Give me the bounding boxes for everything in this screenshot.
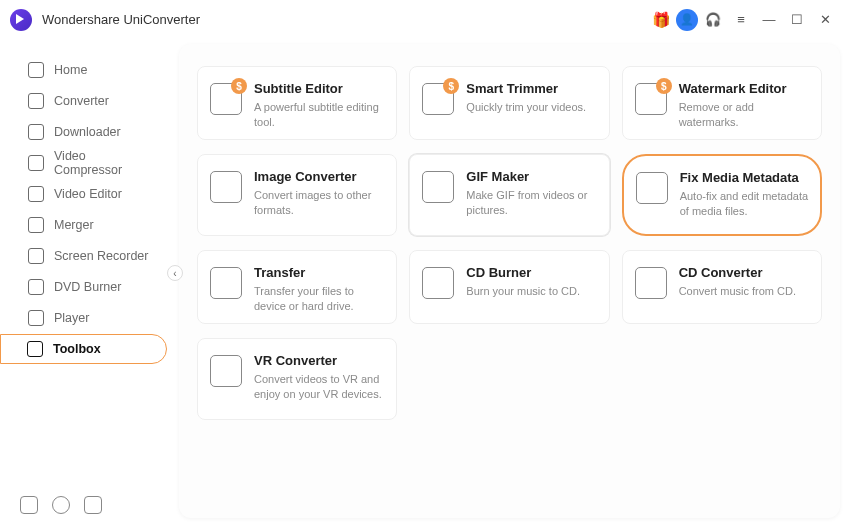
dvd-icon bbox=[28, 279, 44, 295]
premium-badge: $ bbox=[443, 78, 459, 94]
downloader-icon bbox=[28, 124, 44, 140]
smart-trimmer-icon: $ bbox=[422, 83, 454, 115]
sidebar-item-video-editor[interactable]: Video Editor bbox=[10, 179, 167, 209]
tool-desc: Remove or add watermarks. bbox=[679, 100, 811, 130]
tool-desc: Make GIF from videos or pictures. bbox=[466, 188, 598, 218]
tool-watermark-editor[interactable]: $ Watermark Editor Remove or add waterma… bbox=[622, 66, 822, 140]
tool-title: Watermark Editor bbox=[679, 81, 811, 96]
gift-icon[interactable]: 🎁 bbox=[648, 7, 674, 33]
tool-image-converter[interactable]: Image Converter Convert images to other … bbox=[197, 154, 397, 236]
converter-icon bbox=[28, 93, 44, 109]
grid-view-icon[interactable] bbox=[20, 496, 38, 514]
sidebar-item-label: Converter bbox=[54, 94, 109, 108]
app-title: Wondershare UniConverter bbox=[42, 12, 200, 27]
menu-icon[interactable]: ≡ bbox=[728, 7, 754, 33]
premium-badge: $ bbox=[231, 78, 247, 94]
transfer-icon bbox=[210, 267, 242, 299]
tool-title: CD Burner bbox=[466, 265, 580, 280]
sidebar-item-label: Screen Recorder bbox=[54, 249, 149, 263]
settings-gear-icon[interactable] bbox=[84, 496, 102, 514]
sidebar-item-label: DVD Burner bbox=[54, 280, 121, 294]
merger-icon bbox=[28, 217, 44, 233]
sidebar-item-toolbox[interactable]: Toolbox bbox=[0, 334, 167, 364]
tool-title: Smart Trimmer bbox=[466, 81, 586, 96]
cd-converter-icon bbox=[635, 267, 667, 299]
cd-burner-icon bbox=[422, 267, 454, 299]
sidebar-item-dvd-burner[interactable]: DVD Burner bbox=[10, 272, 167, 302]
compressor-icon bbox=[28, 155, 44, 171]
headset-support-icon[interactable]: 🎧 bbox=[700, 7, 726, 33]
tool-desc: Convert music from CD. bbox=[679, 284, 796, 299]
main-content: $ Subtitle Editor A powerful subtitle ed… bbox=[179, 44, 840, 518]
sidebar-item-merger[interactable]: Merger bbox=[10, 210, 167, 240]
sidebar-item-downloader[interactable]: Downloader bbox=[10, 117, 167, 147]
sidebar-item-video-compressor[interactable]: Video Compressor bbox=[10, 148, 167, 178]
home-icon bbox=[28, 62, 44, 78]
tool-desc: Convert videos to VR and enjoy on your V… bbox=[254, 372, 386, 402]
tool-cd-converter[interactable]: CD Converter Convert music from CD. bbox=[622, 250, 822, 324]
metadata-icon bbox=[636, 172, 668, 204]
titlebar: Wondershare UniConverter 🎁 👤 🎧 ≡ — ☐ ✕ bbox=[0, 0, 850, 40]
maximize-icon[interactable]: ☐ bbox=[784, 7, 810, 33]
app-logo-icon bbox=[10, 9, 32, 31]
sidebar-item-player[interactable]: Player bbox=[10, 303, 167, 333]
notification-bell-icon[interactable] bbox=[52, 496, 70, 514]
sidebar: Home Converter Downloader Video Compress… bbox=[0, 40, 175, 528]
sidebar-item-label: Video Compressor bbox=[54, 149, 153, 177]
tool-transfer[interactable]: Transfer Transfer your files to device o… bbox=[197, 250, 397, 324]
sidebar-item-converter[interactable]: Converter bbox=[10, 86, 167, 116]
sidebar-item-screen-recorder[interactable]: Screen Recorder bbox=[10, 241, 167, 271]
recorder-icon bbox=[28, 248, 44, 264]
subtitle-editor-icon: $ bbox=[210, 83, 242, 115]
tool-smart-trimmer[interactable]: $ Smart Trimmer Quickly trim your videos… bbox=[409, 66, 609, 140]
tool-title: VR Converter bbox=[254, 353, 386, 368]
scissors-icon bbox=[28, 186, 44, 202]
tool-gif-maker[interactable]: GIF Maker Make GIF from videos or pictur… bbox=[409, 154, 609, 236]
close-icon[interactable]: ✕ bbox=[812, 7, 838, 33]
tool-desc: Auto-fix and edit metadata of media file… bbox=[680, 189, 810, 219]
tool-desc: Burn your music to CD. bbox=[466, 284, 580, 299]
tool-desc: Convert images to other formats. bbox=[254, 188, 386, 218]
tool-title: GIF Maker bbox=[466, 169, 598, 184]
image-converter-icon bbox=[210, 171, 242, 203]
tool-title: Image Converter bbox=[254, 169, 386, 184]
player-icon bbox=[28, 310, 44, 326]
tool-vr-converter[interactable]: VR Converter Convert videos to VR and en… bbox=[197, 338, 397, 420]
sidebar-collapse-button[interactable]: ‹ bbox=[167, 265, 183, 281]
tool-title: CD Converter bbox=[679, 265, 796, 280]
sidebar-item-label: Toolbox bbox=[53, 342, 101, 356]
sidebar-item-label: Home bbox=[54, 63, 87, 77]
vr-converter-icon bbox=[210, 355, 242, 387]
toolbox-icon bbox=[27, 341, 43, 357]
tool-title: Transfer bbox=[254, 265, 386, 280]
tool-fix-media-metadata[interactable]: Fix Media Metadata Auto-fix and edit met… bbox=[622, 154, 822, 236]
minimize-icon[interactable]: — bbox=[756, 7, 782, 33]
sidebar-footer bbox=[0, 496, 175, 528]
sidebar-item-label: Downloader bbox=[54, 125, 121, 139]
sidebar-item-label: Player bbox=[54, 311, 89, 325]
watermark-editor-icon: $ bbox=[635, 83, 667, 115]
sidebar-item-home[interactable]: Home bbox=[10, 55, 167, 85]
tool-title: Subtitle Editor bbox=[254, 81, 386, 96]
tool-desc: A powerful subtitle editing tool. bbox=[254, 100, 386, 130]
tool-desc: Quickly trim your videos. bbox=[466, 100, 586, 115]
premium-badge: $ bbox=[656, 78, 672, 94]
tool-desc: Transfer your files to device or hard dr… bbox=[254, 284, 386, 314]
tool-title: Fix Media Metadata bbox=[680, 170, 810, 185]
tool-cd-burner[interactable]: CD Burner Burn your music to CD. bbox=[409, 250, 609, 324]
user-avatar-icon[interactable]: 👤 bbox=[676, 9, 698, 31]
tool-grid: $ Subtitle Editor A powerful subtitle ed… bbox=[197, 66, 822, 420]
sidebar-item-label: Merger bbox=[54, 218, 94, 232]
gif-maker-icon bbox=[422, 171, 454, 203]
tool-subtitle-editor[interactable]: $ Subtitle Editor A powerful subtitle ed… bbox=[197, 66, 397, 140]
sidebar-item-label: Video Editor bbox=[54, 187, 122, 201]
